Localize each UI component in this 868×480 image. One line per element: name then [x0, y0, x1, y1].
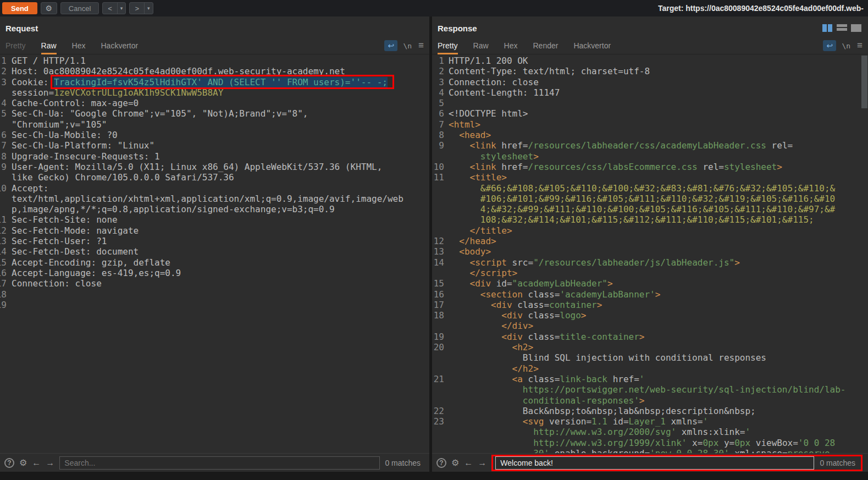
response-editor[interactable]: 1HTTP/1.1 200 OK2Content-Type: text/html… [432, 54, 868, 453]
code-line[interactable]: </title> [432, 225, 868, 236]
code-line[interactable]: 12Sec-Fetch-Mode: navigate [0, 225, 429, 236]
code-line[interactable]: session=1zeVCXotrULLg1oAK1h9SCK1NwW5B8AY [0, 87, 429, 98]
request-tab-raw[interactable]: Raw [41, 37, 57, 54]
code-line[interactable]: 5 [432, 98, 868, 108]
code-line[interactable]: </div> [432, 321, 868, 331]
code-line[interactable]: 2Content-Type: text/html; charset=utf-8 [432, 66, 868, 76]
show-newlines-button[interactable]: \n [403, 42, 412, 50]
search-help-icon[interactable]: ? [436, 458, 446, 468]
response-tab-pretty[interactable]: Pretty [438, 37, 458, 54]
code-line[interactable]: 19 [0, 300, 429, 310]
code-line[interactable]: p,image/apng,*/*;q=0.8,application/signe… [0, 204, 429, 214]
request-tab-pretty[interactable]: Pretty [5, 37, 26, 54]
code-line[interactable]: 7<html> [432, 119, 868, 130]
code-line[interactable]: stylesheet> [432, 151, 868, 162]
back-button[interactable]: < [103, 3, 118, 14]
search-next-button[interactable]: → [46, 458, 54, 468]
code-line[interactable]: 6<!DOCTYPE html> [432, 108, 868, 119]
request-tab-hackvertor[interactable]: Hackvertor [101, 37, 139, 54]
request-editor[interactable]: 1GET / HTTP/1.12Host: 0ac80089042e8524c0… [0, 54, 429, 453]
code-line[interactable]: 4;&#32;&#99;&#111;&#110;&#100;&#105;&#11… [432, 204, 868, 214]
code-line[interactable]: 8Upgrade-Insecure-Requests: 1 [0, 151, 429, 162]
code-line[interactable]: 6Sec-Ch-Ua-Mobile: ?0 [0, 130, 429, 140]
code-line[interactable]: 9 <link href=/resources/labheader/css/ac… [432, 140, 868, 151]
code-line[interactable]: 12 </head> [432, 236, 868, 246]
layout-columns-button[interactable] [822, 24, 833, 32]
search-next-button[interactable]: → [478, 458, 486, 468]
code-line[interactable]: &#66;&#108;&#105;&#110;&#100;&#32;&#83;&… [432, 183, 868, 194]
send-button[interactable]: Send [2, 2, 37, 14]
code-line[interactable]: conditional-responses'> [432, 395, 868, 406]
code-line[interactable]: 18 <div class=logo> [432, 310, 868, 321]
code-line[interactable]: 21 <a class=link-back href=' [432, 374, 868, 384]
cancel-button[interactable]: Cancel [60, 2, 99, 14]
code-line[interactable]: 23 <svg version=1.1 id=Layer_1 xmlns=' [432, 416, 868, 427]
code-line[interactable]: 2Host: 0ac80089042e8524c05fe4ad00ef00df.… [0, 66, 429, 76]
search-previous-button[interactable]: ← [32, 458, 41, 468]
response-tab-raw[interactable]: Raw [473, 37, 489, 54]
search-previous-button[interactable]: ← [464, 458, 473, 468]
code-line[interactable]: 18 [0, 289, 429, 300]
layout-rows-button[interactable] [837, 24, 847, 32]
back-dropdown-button[interactable]: ▾ [118, 3, 126, 14]
word-wrap-icon[interactable]: ↩ [823, 40, 836, 51]
code-line[interactable]: 16Accept-Language: es-419,es;q=0.9 [0, 268, 429, 278]
response-tab-render[interactable]: Render [533, 37, 559, 54]
code-line[interactable]: 108;&#32;&#114;&#101;&#115;&#112;&#111;&… [432, 214, 868, 225]
code-line[interactable]: 9User-Agent: Mozilla/5.0 (X11; Linux x86… [0, 162, 429, 172]
layout-single-button[interactable] [851, 24, 861, 32]
code-line[interactable]: "Chromium";v="105" [0, 119, 429, 130]
response-tab-hex[interactable]: Hex [504, 37, 518, 54]
forward-dropdown-button[interactable]: ▾ [145, 3, 153, 14]
response-search-input[interactable] [495, 456, 814, 470]
code-line[interactable]: 3Connection: close [432, 77, 868, 87]
code-line[interactable]: like Gecko) Chrome/105.0.0.0 Safari/537.… [0, 172, 429, 183]
response-scrollbar-thumb[interactable] [861, 56, 867, 108]
code-line[interactable]: 30' enable-background='new 0 0 28 30' xm… [432, 448, 868, 453]
code-line[interactable]: text/html,application/xhtml+xml,applicat… [0, 194, 429, 204]
code-line[interactable]: Blind SQL injection with conditional res… [432, 352, 868, 363]
code-line[interactable]: 20 <h2> [432, 342, 868, 352]
search-settings-gear-icon[interactable]: ⚙ [451, 457, 459, 468]
code-line[interactable]: 11Sec-Fetch-Site: none [0, 214, 429, 225]
send-settings-button[interactable]: ⚙ [41, 2, 57, 14]
code-line[interactable]: 14Sec-Fetch-Dest: document [0, 246, 429, 257]
code-line[interactable]: http://www.w3.org/1999/xlink' x=0px y=0p… [432, 438, 868, 448]
code-line[interactable]: </h2> [432, 363, 868, 374]
code-line[interactable]: 13 <body> [432, 246, 868, 257]
code-line[interactable]: 17 <div class=container> [432, 300, 868, 310]
code-line[interactable]: 19 <div class=title-container> [432, 332, 868, 342]
code-line[interactable]: 10Accept: [0, 183, 429, 194]
response-tab-hackvertor[interactable]: Hackvertor [573, 37, 611, 54]
code-line[interactable]: http://www.w3.org/2000/svg' xmlns:xlink=… [432, 427, 868, 437]
code-line[interactable]: 3Cookie: TrackingId=fsvK54z5lHdihGTX' AN… [0, 77, 429, 87]
code-line[interactable]: 1GET / HTTP/1.1 [0, 56, 429, 66]
request-search-input[interactable] [59, 456, 380, 470]
code-line[interactable]: 15 <div id="academyLabHeader"> [432, 278, 868, 289]
code-line[interactable]: 5Sec-Ch-Ua: "Google Chrome";v="105", "No… [0, 108, 429, 119]
code-line[interactable]: 14 <script src="/resources/labheader/js/… [432, 257, 868, 268]
code-line[interactable]: 4Cache-Control: max-age=0 [0, 98, 429, 108]
code-line[interactable]: 15Accept-Encoding: gzip, deflate [0, 257, 429, 268]
editor-menu-icon[interactable]: ≡ [418, 40, 424, 51]
code-line[interactable]: 4Content-Length: 11147 [432, 87, 868, 98]
show-newlines-button[interactable]: \n [842, 42, 850, 50]
code-line[interactable]: 1HTTP/1.1 200 OK [432, 56, 868, 66]
code-line[interactable]: </script> [432, 268, 868, 278]
code-line[interactable]: 22 Back&nbsp;to&nbsp;lab&nbsp;descriptio… [432, 406, 868, 416]
code-line[interactable]: 8 <head> [432, 130, 868, 140]
code-line[interactable]: 11 <title> [432, 172, 868, 183]
code-line[interactable]: https://portswigger.net/web-security/sql… [432, 384, 868, 395]
forward-button[interactable]: > [130, 3, 145, 14]
code-line[interactable]: 10 <link href=/resources/css/labsEcommer… [432, 162, 868, 172]
editor-menu-icon[interactable]: ≡ [857, 40, 863, 51]
code-line[interactable]: #106;&#101;&#99;&#116;&#105;&#111;&#110;… [432, 194, 868, 204]
word-wrap-icon[interactable]: ↩ [384, 40, 397, 51]
request-tab-hex[interactable]: Hex [72, 37, 86, 54]
code-line[interactable]: 13Sec-Fetch-User: ?1 [0, 236, 429, 246]
search-help-icon[interactable]: ? [4, 458, 14, 468]
search-settings-gear-icon[interactable]: ⚙ [19, 457, 27, 468]
code-line[interactable]: 16 <section class='academyLabBanner'> [432, 289, 868, 300]
code-line[interactable]: 17Connection: close [0, 278, 429, 289]
code-line[interactable]: 7Sec-Ch-Ua-Platform: "Linux" [0, 140, 429, 151]
